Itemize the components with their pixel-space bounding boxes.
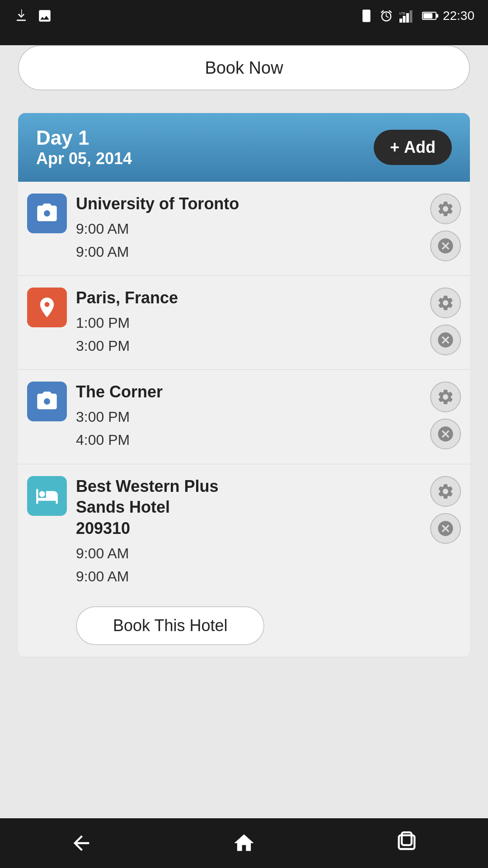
schedule-item-hotel: Best Western PlusSands Hotel209310 9:00 … <box>18 464 470 658</box>
hotel-times: 9:00 AM 9:00 AM <box>76 542 417 588</box>
status-left-icons <box>14 8 52 24</box>
svg-rect-6 <box>402 832 412 845</box>
book-now-button[interactable]: Book Now <box>18 45 470 90</box>
schedule-item-paris: Paris, France 1:00 PM 3:00 PM <box>18 276 470 370</box>
day-label: Day 1 <box>36 127 132 149</box>
hotel-icon <box>27 476 67 516</box>
svg-rect-0 <box>399 19 402 23</box>
day-info: Day 1 Apr 05, 2014 <box>36 127 132 168</box>
svg-rect-3 <box>409 10 412 23</box>
schedule-container: University of Toronto 9:00 AM 9:00 AM <box>18 182 470 657</box>
hotel-item-top: Best Western PlusSands Hotel209310 9:00 … <box>27 476 461 589</box>
paris-times: 1:00 PM 3:00 PM <box>76 311 417 358</box>
status-bar: LTE 22:30 <box>0 0 488 32</box>
hotel-remove-button[interactable] <box>430 513 461 544</box>
status-time: 22:30 <box>443 9 474 23</box>
main-content: Book Now Day 1 Apr 05, 2014 + Add Univer… <box>0 45 488 850</box>
status-right-icons: LTE 22:30 <box>360 9 474 23</box>
paris-name: Paris, France <box>76 288 417 309</box>
camera-icon-corner <box>27 382 67 421</box>
svg-rect-1 <box>403 16 405 23</box>
university-details: University of Toronto 9:00 AM 9:00 AM <box>76 193 417 264</box>
add-button[interactable]: + Add <box>374 130 452 165</box>
university-settings-button[interactable] <box>430 193 461 224</box>
image-icon <box>37 8 52 24</box>
hotel-actions <box>430 476 461 544</box>
paris-details: Paris, France 1:00 PM 3:00 PM <box>76 288 417 358</box>
hotel-details: Best Western PlusSands Hotel209310 9:00 … <box>76 476 417 589</box>
corner-actions <box>430 382 461 449</box>
corner-remove-button[interactable] <box>430 419 461 449</box>
home-button[interactable] <box>217 825 271 861</box>
paris-settings-button[interactable] <box>430 288 461 318</box>
add-plus-icon: + <box>390 139 399 156</box>
hotel-settings-button[interactable] <box>430 476 461 507</box>
battery-icon <box>422 12 436 20</box>
phone-icon <box>360 9 373 23</box>
add-label: Add <box>404 138 436 157</box>
paris-remove-button[interactable] <box>430 325 461 355</box>
book-this-hotel-button[interactable]: Book This Hotel <box>76 606 264 645</box>
hotel-name: Best Western PlusSands Hotel209310 <box>76 476 417 539</box>
corner-details: The Corner 3:00 PM 4:00 PM <box>76 382 417 452</box>
schedule-item-corner: The Corner 3:00 PM 4:00 PM <box>18 370 470 464</box>
alarm-icon <box>380 9 393 23</box>
hotel-book-area: Book This Hotel <box>27 606 264 645</box>
camera-icon-university <box>27 193 67 233</box>
svg-rect-2 <box>406 13 409 23</box>
day-date: Apr 05, 2014 <box>36 149 132 168</box>
university-name: University of Toronto <box>76 193 417 215</box>
university-remove-button[interactable] <box>430 231 461 261</box>
back-button[interactable] <box>54 825 108 861</box>
download-icon <box>14 8 29 24</box>
corner-times: 3:00 PM 4:00 PM <box>76 406 417 452</box>
location-icon-paris <box>27 288 67 327</box>
schedule-item-university: University of Toronto 9:00 AM 9:00 AM <box>18 182 470 276</box>
bottom-navigation <box>0 818 488 868</box>
signal-icon: LTE <box>399 9 416 23</box>
recents-button[interactable] <box>380 825 434 861</box>
day-header: Day 1 Apr 05, 2014 + Add <box>18 113 470 182</box>
university-times: 9:00 AM 9:00 AM <box>76 217 417 264</box>
corner-name: The Corner <box>76 382 417 403</box>
paris-actions <box>430 288 461 355</box>
svg-text:LTE: LTE <box>399 11 405 15</box>
university-actions <box>430 193 461 261</box>
corner-settings-button[interactable] <box>430 382 461 412</box>
